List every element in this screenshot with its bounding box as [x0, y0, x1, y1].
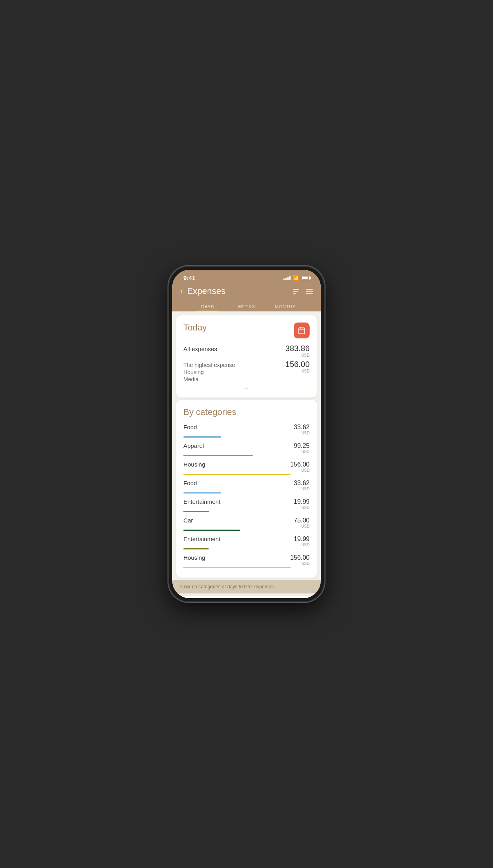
- phone-screen: 9:41 📶 ‹ Expenses: [172, 270, 321, 598]
- tab-weeks[interactable]: WEEKS: [227, 301, 266, 311]
- category-bar: [183, 474, 291, 475]
- category-name: Entertainment: [183, 498, 220, 505]
- category-bar: [183, 530, 240, 531]
- wifi-icon: 📶: [293, 275, 299, 281]
- all-expenses-label: All expenses: [183, 346, 217, 352]
- category-amount: 19.99: [294, 536, 310, 542]
- category-item[interactable]: Housing 156.00 USD: [183, 461, 310, 475]
- all-expenses-amount: 383.86: [285, 344, 310, 353]
- phone-frame: 9:41 📶 ‹ Expenses: [169, 267, 324, 601]
- category-amount-group: 156.00 USD: [290, 554, 310, 566]
- category-name: Entertainment: [183, 536, 220, 542]
- category-currency: USD: [294, 487, 310, 491]
- transaction-card: Housing by cash -156.00USD +: [176, 596, 317, 598]
- category-amount: 19.99: [294, 498, 310, 505]
- category-amount-group: 99.25 USD: [294, 442, 310, 454]
- status-time: 9:41: [183, 275, 195, 281]
- filter-icon[interactable]: [293, 289, 299, 294]
- back-button[interactable]: ‹: [180, 286, 183, 296]
- filter-hint: Click on categories or days to filter ex…: [172, 580, 321, 593]
- category-amount: 99.25: [294, 442, 310, 449]
- category-currency: USD: [294, 543, 310, 547]
- category-item[interactable]: Food 33.62 USD: [183, 424, 310, 438]
- categories-list: Food 33.62 USD Apparel 99.25 USD Housing: [183, 424, 310, 568]
- category-name: Car: [183, 517, 193, 524]
- category-name: Housing: [183, 554, 205, 561]
- highest-expense-currency: USD: [285, 369, 310, 373]
- highest-expense-row: The highest expense Housing Media 156.00…: [183, 360, 310, 383]
- category-bar: [183, 436, 221, 438]
- content-area: Today All expenses 383.86 US: [172, 311, 321, 598]
- highest-expense-category: Housing: [183, 369, 235, 375]
- tab-months[interactable]: MONTHS: [266, 301, 305, 311]
- highest-expense-media: Media: [183, 376, 235, 382]
- category-name: Apparel: [183, 442, 204, 449]
- status-bar: 9:41 📶: [172, 270, 321, 283]
- battery-icon: [301, 276, 310, 280]
- menu-icon[interactable]: [306, 289, 313, 294]
- category-amount-group: 19.99 USD: [294, 498, 310, 510]
- category-amount: 156.00: [290, 554, 310, 561]
- category-amount: 156.00: [290, 461, 310, 468]
- category-currency: USD: [294, 431, 310, 435]
- category-amount-group: 33.62 USD: [294, 424, 310, 435]
- header: ‹ Expenses DAYS WEEKS MONTHS: [172, 283, 321, 311]
- category-amount-group: 19.99 USD: [294, 536, 310, 547]
- category-amount-group: 156.00 USD: [290, 461, 310, 472]
- category-amount: 75.00: [294, 517, 310, 524]
- category-bar: [183, 455, 253, 456]
- category-name: Food: [183, 424, 197, 430]
- category-currency: USD: [290, 561, 310, 566]
- filter-hint-text: Click on categories or days to filter ex…: [180, 584, 275, 590]
- category-bar: [183, 511, 209, 512]
- category-amount-group: 33.62 USD: [294, 480, 310, 491]
- category-item[interactable]: Entertainment 19.99 USD: [183, 498, 310, 512]
- category-name: Housing: [183, 461, 205, 468]
- header-title: Expenses: [187, 286, 293, 296]
- highest-expense-amount: 156.00: [285, 360, 310, 369]
- header-actions: [293, 289, 313, 294]
- category-item[interactable]: Housing 156.00 USD: [183, 554, 310, 568]
- category-currency: USD: [294, 524, 310, 528]
- tabs-bar: DAYS WEEKS MONTHS: [180, 301, 313, 311]
- category-amount: 33.62: [294, 424, 310, 430]
- category-currency: USD: [294, 505, 310, 510]
- calendar-button[interactable]: [294, 323, 310, 338]
- category-amount-group: 75.00 USD: [294, 517, 310, 528]
- category-bar: [183, 492, 221, 494]
- svg-rect-0: [299, 328, 305, 334]
- category-bar: [183, 567, 291, 568]
- category-name: Food: [183, 480, 197, 486]
- signal-bars-icon: [283, 276, 291, 280]
- category-currency: USD: [290, 468, 310, 472]
- today-card: Today All expenses 383.86 US: [176, 315, 317, 398]
- status-icons: 📶: [283, 275, 310, 281]
- categories-card: By categories Food 33.62 USD Apparel 99.…: [176, 400, 317, 578]
- highest-expense-label: The highest expense: [183, 362, 235, 368]
- today-title: Today: [183, 323, 207, 333]
- categories-title: By categories: [183, 407, 310, 417]
- category-item[interactable]: Apparel 99.25 USD: [183, 442, 310, 456]
- category-item[interactable]: Food 33.62 USD: [183, 480, 310, 494]
- all-expenses-currency: USD: [285, 353, 310, 357]
- collapse-button[interactable]: ⌃: [183, 386, 310, 393]
- category-item[interactable]: Entertainment 19.99 USD: [183, 536, 310, 549]
- category-currency: USD: [294, 449, 310, 454]
- category-amount: 33.62: [294, 480, 310, 486]
- tab-days[interactable]: DAYS: [188, 301, 227, 311]
- all-expenses-row: All expenses 383.86 USD: [183, 344, 310, 357]
- category-item[interactable]: Car 75.00 USD: [183, 517, 310, 531]
- category-bar: [183, 548, 209, 549]
